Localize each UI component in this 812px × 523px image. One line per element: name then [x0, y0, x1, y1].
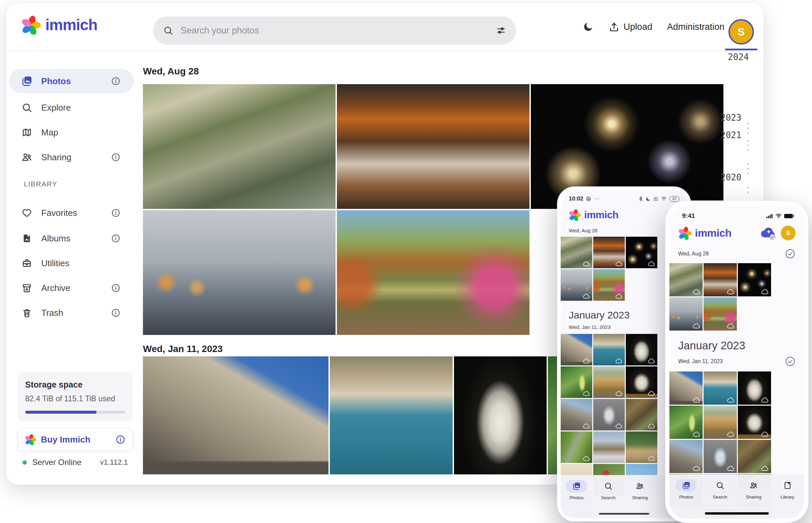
- nav-search[interactable]: Search: [594, 480, 623, 500]
- photo-beach-cliff[interactable]: [593, 366, 625, 398]
- photo-silver-trophy[interactable]: [704, 440, 737, 473]
- nav-sharing[interactable]: Sharing: [739, 479, 768, 500]
- photo-silver-trophy[interactable]: [593, 399, 625, 431]
- photo-autumn-path[interactable]: [593, 269, 625, 301]
- phone-date-header: Wed, Aug 28: [678, 251, 709, 257]
- photo-fireworks[interactable]: [738, 263, 771, 296]
- photo-holding-hands[interactable]: [143, 210, 335, 335]
- photo-lizard-leaves[interactable]: [626, 399, 657, 431]
- photo-dinner-table[interactable]: [704, 263, 737, 296]
- nav-photos[interactable]: Photos: [562, 480, 591, 500]
- photo-fireworks[interactable]: [626, 237, 657, 268]
- sidebar-item-archive[interactable]: Archive: [9, 276, 134, 300]
- photo-winter-village[interactable]: [593, 431, 625, 463]
- info-icon[interactable]: [111, 208, 120, 218]
- timeline-position-indicator[interactable]: [725, 49, 757, 50]
- photo-autumn-path[interactable]: [704, 297, 737, 330]
- photo-fortress-walls[interactable]: [669, 372, 703, 405]
- cloud-backup-icon: [761, 289, 769, 295]
- photo-coast-town[interactable]: [593, 334, 625, 365]
- server-status-label: Server Online: [32, 458, 100, 467]
- nav-label: Search: [713, 494, 727, 500]
- info-icon[interactable]: [111, 152, 120, 162]
- photo-autumn-path[interactable]: [337, 210, 530, 335]
- photo-dinner-table[interactable]: [593, 237, 625, 268]
- photo-castle-ruins[interactable]: [561, 399, 592, 431]
- brand-wordmark: immich: [695, 227, 731, 239]
- photo-monkeys-zoo[interactable]: [669, 263, 703, 296]
- buy-immich-button[interactable]: Buy Immich: [18, 428, 133, 451]
- immich-flower-icon: [678, 226, 692, 240]
- nav-library[interactable]: Library: [773, 479, 802, 500]
- photo-coast-town[interactable]: [330, 356, 453, 474]
- storage-progress-bar: [25, 411, 125, 414]
- photo-lizard-leaves[interactable]: [738, 440, 771, 473]
- photo-sea-grapes[interactable]: [669, 405, 703, 439]
- moon-icon: [645, 196, 651, 201]
- immich-logo[interactable]: immich: [21, 15, 97, 35]
- library-icon: [783, 481, 792, 490]
- dnd-icon: [586, 196, 591, 201]
- cloud-backup-icon: [583, 391, 590, 396]
- photo-marble-bust[interactable]: [626, 334, 657, 365]
- dark-mode-toggle[interactable]: [583, 21, 594, 33]
- sidebar-item-albums[interactable]: Albums: [9, 226, 134, 250]
- photo-sea-grapes[interactable]: [561, 366, 592, 398]
- photo-beach-cliff[interactable]: [704, 405, 737, 439]
- upload-button[interactable]: Upload: [609, 21, 652, 32]
- photo-monkeys-zoo[interactable]: [143, 84, 335, 209]
- select-check-icon[interactable]: [785, 249, 796, 259]
- select-check-icon[interactable]: [785, 356, 796, 367]
- photo-fortress-walls[interactable]: [561, 334, 592, 365]
- info-icon[interactable]: [111, 308, 120, 318]
- sidebar-item-utilities[interactable]: Utilities: [9, 251, 134, 275]
- timeline-ticks: [747, 163, 749, 174]
- search-input[interactable]: Search your photos: [153, 16, 516, 44]
- photo-marble-bust[interactable]: [738, 372, 771, 405]
- info-icon[interactable]: [111, 283, 120, 293]
- cloud-backup-icon: [761, 465, 769, 471]
- sidebar-item-trash[interactable]: Trash: [9, 301, 134, 325]
- photo-stone-sculpture[interactable]: [738, 405, 771, 439]
- cloud-sync-icon[interactable]: [760, 226, 777, 240]
- sidebar-label: Utilities: [41, 258, 69, 269]
- user-avatar[interactable]: S: [728, 19, 754, 44]
- photo-farm-field[interactable]: [626, 431, 657, 463]
- server-status-row: Server Online v1.112.1: [22, 458, 128, 467]
- sidebar-label: Trash: [41, 308, 64, 318]
- upload-label: Upload: [623, 22, 652, 32]
- nav-photos[interactable]: Photos: [672, 479, 701, 500]
- cloud-backup-icon: [727, 465, 735, 471]
- bluetooth-icon: [639, 196, 643, 201]
- sidebar-item-photos[interactable]: Photos: [9, 69, 134, 93]
- people-icon: [21, 151, 33, 163]
- photo-castle-ruins[interactable]: [669, 440, 703, 473]
- nav-search[interactable]: Search: [706, 479, 735, 500]
- archive-icon: [21, 282, 33, 294]
- photo-lizard-moss[interactable]: [561, 431, 592, 463]
- sidebar-item-sharing[interactable]: Sharing: [9, 145, 134, 169]
- photo-fortress-walls[interactable]: [143, 356, 328, 474]
- sidebar-item-map[interactable]: Map: [9, 120, 134, 144]
- administration-link[interactable]: Administration: [667, 22, 724, 32]
- photo-coast-town[interactable]: [704, 372, 737, 405]
- phone-photo-grid: [669, 263, 804, 330]
- timeline-ticks: [747, 187, 749, 193]
- sidebar-item-explore[interactable]: Explore: [9, 95, 134, 120]
- nav-sharing[interactable]: Sharing: [625, 480, 654, 500]
- photo-stone-sculpture[interactable]: [626, 366, 657, 398]
- photo-holding-hands[interactable]: [561, 269, 592, 301]
- sidebar-item-favorites[interactable]: Favorites: [9, 201, 134, 225]
- user-avatar[interactable]: S: [781, 226, 796, 240]
- photo-holding-hands[interactable]: [669, 297, 703, 330]
- toolbox-icon: [21, 257, 33, 269]
- photo-monkeys-zoo[interactable]: [561, 237, 592, 268]
- timeline-year-current[interactable]: 2024: [728, 52, 760, 62]
- filter-sliders-icon[interactable]: [496, 25, 506, 36]
- info-icon[interactable]: [111, 234, 120, 243]
- photo-dinner-table[interactable]: [337, 84, 530, 209]
- sidebar-label: Photos: [41, 76, 71, 87]
- info-icon[interactable]: [111, 76, 120, 86]
- timeline-year[interactable]: 2023: [720, 113, 753, 123]
- photo-marble-bust[interactable]: [454, 356, 547, 474]
